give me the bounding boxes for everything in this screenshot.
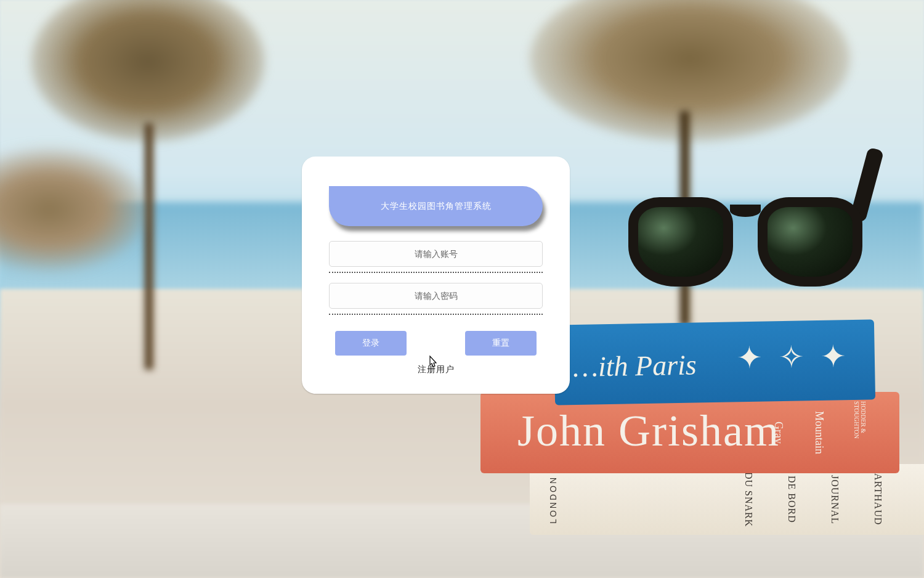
- bg-book-3-london: LONDON: [548, 476, 558, 524]
- bg-book-3-text-c: JOURNAL: [829, 475, 840, 524]
- app-title: 大学生校园图书角管理系统: [381, 201, 492, 212]
- bg-book-1: ✦ ✧ ✦: [554, 319, 875, 405]
- button-row: 登录 重置: [329, 331, 543, 356]
- title-banner: 大学生校园图书角管理系统: [329, 186, 543, 226]
- reset-button[interactable]: 重置: [465, 331, 537, 356]
- bg-book-2-side-a: Gray: [772, 421, 785, 444]
- bg-book-3-text-d: ARTHAUD: [872, 473, 883, 525]
- username-row: [329, 241, 543, 273]
- bg-book-1-deco: ✦ ✧ ✦: [737, 338, 851, 376]
- username-input[interactable]: [329, 241, 543, 267]
- register-link[interactable]: 注册用户: [418, 364, 455, 375]
- bg-book-2-side-c: HODDER & STOUGHTON: [853, 401, 867, 464]
- bg-book-3: LONDON DU SNARK DE BORD JOURNAL ARTHAUD: [530, 464, 924, 535]
- bg-book-3-text-a: DU SNARK: [743, 472, 754, 527]
- bg-book-2-side-b: Mountain: [813, 411, 825, 454]
- bg-book-2: Gray Mountain HODDER & STOUGHTON: [480, 392, 899, 473]
- login-button[interactable]: 登录: [335, 331, 407, 356]
- bg-umbrella-1-pole: [145, 123, 153, 370]
- bg-sunglasses: [628, 185, 862, 296]
- bg-book-3-text-b: DE BORD: [786, 476, 797, 523]
- password-input[interactable]: [329, 283, 543, 309]
- password-row: [329, 283, 543, 315]
- login-card: 大学生校园图书角管理系统 登录 重置 注册用户: [302, 157, 570, 394]
